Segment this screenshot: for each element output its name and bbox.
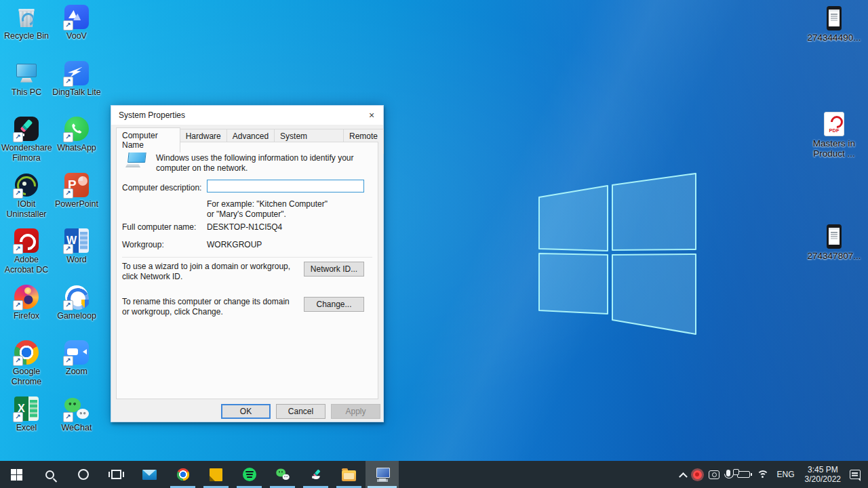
taskbar-file-explorer[interactable]: [332, 461, 366, 488]
desktop-icon-adobe-acrobat-dc[interactable]: Adobe Acrobat DC: [1, 228, 52, 284]
search-icon: [45, 470, 54, 479]
taskbar-app-icons: [0, 461, 399, 488]
taskbar-system-properties[interactable]: [366, 461, 399, 488]
computer-description-label: Computer description:: [122, 183, 201, 192]
filmora-icon: [14, 117, 39, 141]
desktop-icon-phone-file-2[interactable]: 274347807...: [803, 224, 865, 261]
taskbar-sticky-notes[interactable]: [199, 461, 233, 488]
close-icon[interactable]: ×: [360, 106, 383, 125]
wechat-icon: [275, 468, 290, 482]
chrome-icon: [14, 340, 39, 365]
taskbar-mail[interactable]: [133, 461, 166, 488]
desktop-icon-gameloop[interactable]: Gameloop: [52, 284, 102, 340]
tray-battery[interactable]: [734, 461, 753, 488]
whatsapp-icon: [64, 117, 89, 141]
file-explorer-icon: [342, 470, 356, 481]
full-computer-name-value: DESKTOP-N1CI5Q4: [207, 222, 282, 232]
voov-icon: [64, 5, 89, 29]
windows-logo-wallpaper: [529, 166, 705, 342]
desktop-icon-dingtalk-lite[interactable]: DingTalk Lite: [52, 60, 102, 117]
desktop-icon-whatsapp[interactable]: WhatsApp: [52, 116, 102, 172]
screen-camera-icon: [709, 470, 719, 479]
change-button[interactable]: Change...: [304, 297, 364, 312]
taskbar-wechat[interactable]: [266, 461, 299, 488]
desktop-icon-this-pc[interactable]: This PC: [1, 60, 52, 117]
windows-start-icon: [11, 469, 22, 481]
desktop-icon-recycle-bin[interactable]: Recycle Bin: [1, 4, 52, 60]
desktop-icon-phone-file-1[interactable]: 274344490...: [803, 5, 865, 43]
tray-language[interactable]: ENG: [772, 461, 800, 488]
powerpoint-icon: [64, 173, 89, 197]
taskbar-chrome[interactable]: [166, 461, 199, 488]
taskbar-spotify[interactable]: [233, 461, 266, 488]
chrome-icon: [176, 468, 189, 481]
pdf-file-icon: [824, 112, 844, 136]
desktop-icon-voov[interactable]: VooV: [52, 4, 102, 60]
tray-show-hidden-icons[interactable]: [677, 461, 690, 488]
filmora-icon: [309, 468, 323, 482]
network-id-button[interactable]: Network ID...: [304, 262, 364, 277]
gameloop-icon: [65, 285, 88, 308]
tray-recording-indicator[interactable]: [690, 461, 705, 488]
workgroup-label: Workgroup:: [122, 240, 164, 249]
desktop-icon-zoom[interactable]: Zoom: [52, 340, 102, 396]
dialog-title: System Properties: [111, 110, 185, 120]
computer-description-input[interactable]: [207, 180, 364, 192]
desktop-icon-iobit-uninstaller[interactable]: IObit Uninstaller: [1, 172, 52, 228]
microphone-icon: [726, 470, 730, 476]
tab-computer-name[interactable]: Computer Name: [116, 127, 180, 152]
dialog-titlebar[interactable]: System Properties ×: [111, 106, 383, 125]
system-properties-dialog: System Properties × Computer Name Hardwa…: [111, 105, 384, 422]
workgroup-value: WORKGROUP: [207, 240, 262, 249]
tray-screen-capture[interactable]: [705, 461, 723, 488]
this-pc-icon: [13, 60, 40, 86]
task-view-icon: [111, 470, 121, 479]
dingtalk-icon: [64, 61, 89, 85]
word-icon: [64, 228, 89, 253]
desktop-icon-wechat[interactable]: WeChat: [52, 396, 102, 452]
zoom-icon: [64, 340, 89, 365]
mail-icon: [142, 470, 157, 480]
desktop-icon-pdf-file[interactable]: Masters in Product ...: [803, 111, 865, 159]
taskbar: ENG 3:45 PM 3/20/2022: [0, 461, 868, 488]
computer-icon: [125, 150, 149, 171]
computer-name-tab-page: Windows uses the following information t…: [116, 142, 378, 399]
start-button[interactable]: [0, 461, 33, 488]
taskbar-filmora[interactable]: [299, 461, 332, 488]
desktop-icon-word[interactable]: Word: [52, 228, 102, 284]
phone-document-icon: [827, 6, 842, 30]
excel-icon: [14, 396, 39, 421]
action-center-button[interactable]: [846, 461, 864, 488]
firefox-icon: [14, 285, 39, 309]
desktop-icon-excel[interactable]: Excel: [1, 396, 52, 452]
desktop-icon-firefox[interactable]: Firefox: [1, 284, 52, 340]
taskbar-clock[interactable]: 3:45 PM 3/20/2022: [800, 461, 846, 488]
ok-button[interactable]: OK: [221, 404, 271, 419]
action-center-icon: [850, 470, 861, 479]
desktop-icon-powerpoint[interactable]: PowerPoint: [52, 172, 102, 228]
cancel-button[interactable]: Cancel: [276, 404, 326, 419]
desktop-icon-wondershare-filmora[interactable]: Wondershare Filmora: [1, 116, 52, 172]
system-tray: ENG 3:45 PM 3/20/2022: [677, 461, 868, 488]
dialog-intro-text: Windows uses the following information t…: [156, 153, 370, 174]
apply-button[interactable]: Apply: [331, 404, 380, 419]
cortana-icon: [78, 469, 89, 480]
wifi-icon: [757, 470, 769, 479]
phone-document-icon: [827, 224, 842, 249]
record-icon: [693, 470, 702, 479]
sticky-notes-icon: [210, 468, 222, 481]
wechat-icon: [64, 396, 90, 421]
desktop-icon-grid: Recycle Bin VooV This PC DingTalk Lite W…: [1, 4, 102, 451]
desktop-icon-google-chrome[interactable]: Google Chrome: [1, 340, 52, 396]
tray-microphone[interactable]: [723, 461, 734, 488]
task-view-button[interactable]: [100, 461, 133, 488]
example-note: For example: "Kitchen Computer" or "Mary…: [207, 199, 332, 220]
section-divider: [122, 257, 372, 258]
taskbar-search-button[interactable]: [33, 461, 66, 488]
tray-network[interactable]: [753, 461, 772, 488]
change-help-text: To rename this computer or change its do…: [122, 297, 293, 317]
clock-date: 3/20/2022: [805, 474, 841, 484]
cortana-button[interactable]: [66, 461, 100, 488]
iobit-uninstaller-icon: [15, 174, 38, 197]
acrobat-icon: [14, 228, 39, 253]
